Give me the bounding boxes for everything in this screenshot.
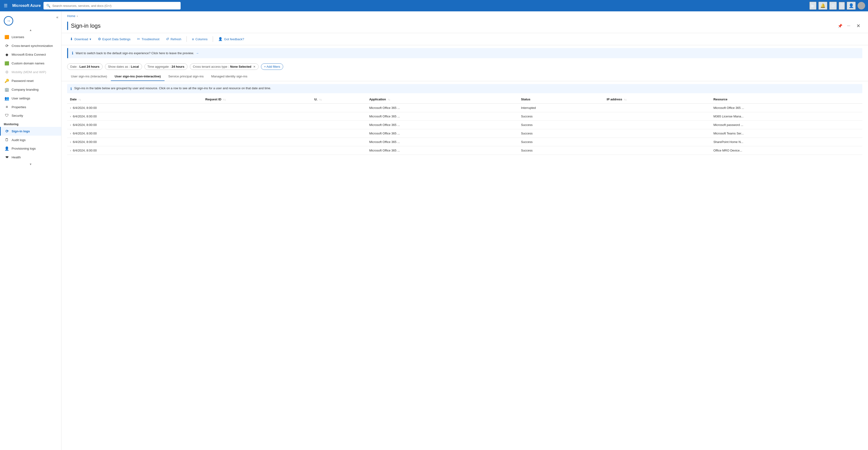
sidebar-item-user-settings[interactable]: 👥 User settings — [0, 94, 61, 103]
scroll-up-btn[interactable]: ▲ — [0, 27, 61, 33]
col-header-application[interactable]: Application ↑↓ — [366, 95, 518, 104]
cell-application: Microsoft Office 365 ... — [366, 121, 518, 129]
row-expand-button[interactable]: › — [70, 132, 71, 135]
col-header-user[interactable]: U. ↑↓ — [312, 95, 366, 104]
cell-ip-address — [604, 121, 711, 129]
columns-button[interactable]: ≡ Columns — [189, 36, 210, 43]
sidebar-item-properties[interactable]: ≡ Properties — [0, 103, 61, 111]
time-aggregate-filter-chip[interactable]: Time aggregate : 24 hours — [145, 63, 187, 70]
cell-request-id — [203, 146, 311, 155]
scroll-down-icon[interactable]: ▼ — [29, 163, 32, 166]
table-row[interactable]: › 6/4/2024, 8:00:00 Microsoft Office 365… — [67, 104, 862, 112]
row-expand-button[interactable]: › — [70, 106, 71, 110]
cell-request-id — [203, 129, 311, 138]
tab-service-principal[interactable]: Service principal sign-ins — [164, 72, 207, 81]
sidebar-label-licenses: Licenses — [11, 35, 24, 39]
tab-managed-identity[interactable]: Managed identity sign-ins — [207, 72, 251, 81]
tab-interactive[interactable]: User sign-ins (interactive) — [67, 72, 111, 81]
download-button[interactable]: ⬇ Download ▾ — [67, 35, 94, 43]
hamburger-menu[interactable]: ☰ — [3, 2, 8, 9]
row-expand-button[interactable]: › — [70, 149, 71, 152]
sidebar-icon-company-branding: 🏢 — [4, 87, 9, 92]
row-expand-button[interactable]: › — [70, 140, 71, 144]
leave-preview-link[interactable]: → — [196, 51, 199, 55]
sidebar-item-licenses[interactable]: 🟧 Licenses — [0, 33, 61, 41]
sidebar-icon-health: ❤ — [4, 155, 9, 160]
sign-in-table: Date ↑↓Request ID ↑↓U. ↑↓Application ↑↓S… — [67, 95, 862, 155]
table-row[interactable]: › 6/4/2024, 8:00:00 Microsoft Office 365… — [67, 121, 862, 129]
cell-request-id — [203, 121, 311, 129]
more-button[interactable]: ··· — [846, 23, 852, 29]
cell-date: › 6/4/2024, 8:00:00 — [67, 121, 203, 129]
cell-resource: M365 License Mana... — [711, 112, 862, 121]
show-dates-filter-chip[interactable]: Show dates as : Local — [105, 63, 142, 70]
export-data-settings-button[interactable]: ⚙ Export Data Settings — [95, 35, 133, 43]
col-header-ip_address[interactable]: IP address ↑↓ — [604, 95, 711, 104]
sidebar-item-provisioning-logs[interactable]: 👤 Provisioning logs — [0, 144, 61, 153]
page-header: Sign-in logs 📌 ··· ✕ — [61, 18, 868, 33]
refresh-button[interactable]: ↺ Refresh — [163, 35, 184, 43]
row-expand-button[interactable]: › — [70, 115, 71, 118]
cell-application: Microsoft Office 365 ... — [366, 146, 518, 155]
feedback-icon: 👤 — [218, 37, 223, 41]
monitoring-section-label: Monitoring — [0, 120, 61, 127]
cell-user — [312, 146, 366, 155]
scroll-up-icon[interactable]: ▲ — [29, 28, 32, 32]
cell-application: Microsoft Office 365 ... — [366, 129, 518, 138]
col-header-request_id[interactable]: Request ID ↑↓ — [203, 95, 311, 104]
cell-request-id — [203, 104, 311, 112]
search-input[interactable] — [52, 4, 178, 7]
cloud-shell-icon[interactable]: ▶ — [809, 2, 816, 10]
cross-tenant-close-icon[interactable]: ✕ — [253, 65, 255, 68]
collapse-sidebar-button[interactable]: « — [55, 14, 59, 20]
table-row[interactable]: › 6/4/2024, 8:00:00 Microsoft Office 365… — [67, 112, 862, 121]
sidebar-item-mobility: ⚙ Mobility (MDM and WIP) — [0, 68, 61, 77]
feedback-icon[interactable]: 👤 — [847, 2, 856, 10]
app-title: Microsoft Azure — [12, 4, 41, 8]
sidebar-item-audit-logs[interactable]: 🗒 Audit logs — [0, 136, 61, 144]
scroll-down-btn[interactable]: ▼ — [0, 162, 61, 167]
sidebar-label-entra-connect: Microsoft Entra Connect — [11, 53, 46, 56]
columns-icon: ≡ — [192, 37, 194, 41]
sidebar-item-sign-in-logs[interactable]: ⟳ Sign-in logs — [0, 127, 61, 136]
sort-icon-request_id[interactable]: ↑↓ — [223, 98, 226, 101]
sidebar-item-custom-domain[interactable]: 🟩 Custom domain names — [0, 59, 61, 68]
col-header-date[interactable]: Date ↑↓ — [67, 95, 203, 104]
troubleshoot-button[interactable]: ✂ Troubleshoot — [134, 35, 162, 43]
sidebar-item-entra-connect[interactable]: ◆ Microsoft Entra Connect — [0, 50, 61, 59]
sort-icon-user[interactable]: ↑↓ — [319, 98, 322, 101]
help-icon[interactable]: ? — [839, 2, 845, 10]
cross-tenant-filter-chip[interactable]: Cross tenant access type : None Selected… — [190, 63, 258, 70]
close-button[interactable]: ✕ — [855, 22, 862, 30]
sidebar-item-password-reset[interactable]: 🔑 Password reset — [0, 77, 61, 85]
table-row[interactable]: › 6/4/2024, 8:00:00 Microsoft Office 365… — [67, 138, 862, 146]
sort-icon-application[interactable]: ↑↓ — [388, 98, 390, 101]
notifications-icon[interactable]: 🔔 — [818, 2, 827, 10]
sidebar-item-security[interactable]: 🛡 Security — [0, 111, 61, 120]
cell-ip-address — [604, 112, 711, 121]
sidebar-label-password-reset: Password reset — [11, 79, 34, 83]
cell-date: › 6/4/2024, 8:00:00 — [67, 146, 203, 155]
table-row[interactable]: › 6/4/2024, 8:00:00 Microsoft Office 365… — [67, 146, 862, 155]
cell-ip-address — [604, 138, 711, 146]
sidebar: → « ▲ 🟧 Licenses⟳ Cross-tenant synchroni… — [0, 11, 61, 450]
cell-resource: Microsoft Teams Ser... — [711, 129, 862, 138]
add-filters-button[interactable]: + Add filters — [261, 63, 283, 70]
sidebar-item-company-branding[interactable]: 🏢 Company branding — [0, 85, 61, 94]
user-avatar[interactable] — [858, 2, 865, 9]
cell-application: Microsoft Office 365 ... — [366, 138, 518, 146]
pin-button[interactable]: 📌 — [836, 23, 844, 29]
tab-non-interactive[interactable]: User sign-ins (non-interactive) — [111, 72, 164, 81]
sidebar-icon-mobility: ⚙ — [4, 70, 9, 74]
settings-icon[interactable]: ⚙ — [829, 2, 837, 10]
breadcrumb-home[interactable]: Home — [67, 14, 75, 18]
search-bar[interactable]: 🔍 — [43, 2, 181, 9]
sort-icon-date[interactable]: ↑↓ — [79, 98, 81, 101]
table-row[interactable]: › 6/4/2024, 8:00:00 Microsoft Office 365… — [67, 129, 862, 138]
sidebar-item-cross-tenant-sync[interactable]: ⟳ Cross-tenant synchronization — [0, 41, 61, 50]
date-filter-chip[interactable]: Date : Last 24 hours — [67, 63, 102, 70]
sidebar-item-health[interactable]: ❤ Health — [0, 153, 61, 162]
sort-icon-ip_address[interactable]: ↑↓ — [624, 98, 627, 101]
feedback-button[interactable]: 👤 Got feedback? — [215, 35, 247, 43]
row-expand-button[interactable]: › — [70, 123, 71, 126]
